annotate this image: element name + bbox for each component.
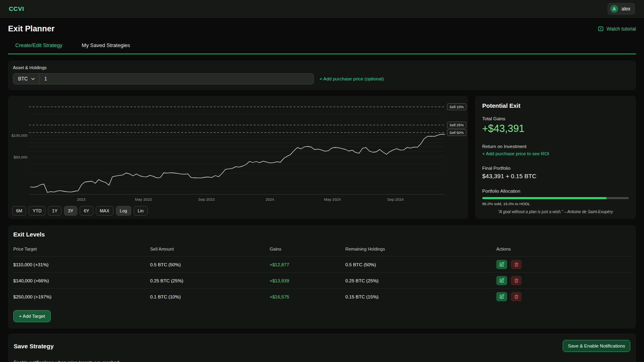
asset-select[interactable]: BTC [13, 74, 39, 84]
asset-holdings-card: Asset & Holdings BTC + Add purchase pric… [8, 60, 636, 90]
total-gains-label: Total Gains [482, 116, 629, 121]
roi-label: Return on Investment [482, 144, 629, 149]
range-max-button[interactable]: MAX [96, 206, 114, 216]
add-target-button[interactable]: + Add Target [13, 310, 51, 322]
chart-controls: 6M YTD 1Y 3Y 6Y MAX Log Lin [8, 204, 468, 216]
trash-icon [514, 278, 519, 283]
asset-select-value: BTC [18, 76, 28, 82]
final-portfolio-label: Final Portfolio [482, 166, 629, 171]
edit-icon [499, 262, 504, 267]
trash-icon [514, 294, 519, 299]
save-strategy-title: Save Strategy [14, 343, 54, 350]
delete-target-button[interactable] [511, 292, 522, 301]
edit-icon [499, 278, 504, 283]
save-strategy-card: Save Strategy Save & Enable Notification… [8, 333, 636, 362]
svg-text:Sep 2023: Sep 2023 [198, 197, 215, 202]
holdings-input[interactable] [39, 74, 314, 84]
sell-amount-cell: 0.25 BTC (25%) [150, 278, 270, 283]
svg-text:2024: 2024 [266, 197, 274, 202]
range-6y-button[interactable]: 6Y [80, 206, 93, 216]
chevron-down-icon [31, 78, 35, 80]
watch-tutorial-link[interactable]: Watch tutorial [597, 26, 636, 32]
range-1y-button[interactable]: 1Y [48, 206, 61, 216]
exit-levels-card: Exit Levels Price Target Sell Amount Gai… [8, 225, 636, 329]
table-row: $250,000 (+197%) 0.1 BTC (10%) +$16,575 … [13, 288, 631, 304]
price-chart[interactable]: $100,000$50,0002023May 2023Sep 20232024M… [8, 100, 468, 204]
table-row: $140,000 (+66%) 0.25 BTC (25%) +$13,939 … [13, 272, 631, 288]
sell-level-handle[interactable]: Sell 50% [447, 130, 466, 136]
range-ytd-button[interactable]: YTD [29, 206, 45, 216]
table-row: $110,000 (+31%) 0.5 BTC (50%) +$12,877 0… [13, 256, 631, 272]
potential-exit-title: Potential Exit [482, 102, 629, 109]
table-header: Price Target Sell Amount Gains Remaining… [13, 243, 631, 256]
svg-text:2023: 2023 [77, 197, 85, 202]
svg-text:$50,000: $50,000 [14, 155, 27, 159]
sell-level-handle[interactable]: Sell 10% [447, 104, 466, 110]
user-name: alex [621, 6, 630, 12]
svg-text:May 2024: May 2024 [324, 197, 341, 202]
range-3y-button[interactable]: 3Y [64, 206, 77, 216]
delete-target-button[interactable] [511, 276, 522, 285]
allocation-progress-bar [482, 197, 629, 199]
main-content: Exit Planner Watch tutorial Create/Edit … [0, 24, 644, 362]
portfolio-allocation-label: Portfolio Allocation [482, 189, 629, 193]
edit-target-button[interactable] [496, 276, 507, 285]
exit-levels-title: Exit Levels [13, 231, 631, 238]
tab-bar: Create/Edit Strategy My Saved Strategies [8, 42, 636, 54]
trash-icon [514, 262, 519, 267]
asset-input-group: BTC [13, 73, 314, 84]
svg-text:$100,000: $100,000 [11, 133, 27, 138]
svg-text:Sell 50%: Sell 50% [450, 131, 464, 135]
app-logo[interactable]: CCVI [9, 5, 24, 12]
final-portfolio-value: $43,391 + 0.15 BTC [482, 173, 629, 179]
delete-target-button[interactable] [511, 260, 522, 269]
topbar: CCVI A alex [0, 0, 644, 18]
tab-create-edit-strategy[interactable]: Create/Edit Strategy [15, 42, 62, 48]
notifications-notice: Enable notifications when price targets … [14, 360, 630, 362]
range-6m-button[interactable]: 6M [12, 206, 26, 216]
remaining-holdings-cell: 0.5 BTC (50%) [345, 262, 496, 267]
gains-cell: +$13,939 [270, 278, 345, 283]
user-menu[interactable]: A alex [607, 3, 635, 15]
total-gains-value: +$43,391 [482, 123, 629, 134]
sell-amount-cell: 0.1 BTC (10%) [150, 294, 270, 299]
svg-text:Sell 10%: Sell 10% [450, 105, 464, 109]
price-target-cell: $140,000 (+66%) [13, 278, 150, 283]
avatar: A [610, 5, 618, 13]
scale-log-button[interactable]: Log [116, 206, 131, 216]
page-title: Exit Planner [8, 24, 55, 33]
video-play-icon [597, 26, 604, 31]
edit-target-button[interactable] [496, 292, 507, 301]
svg-text:Sell 25%: Sell 25% [450, 123, 464, 127]
sell-amount-cell: 0.5 BTC (50%) [150, 262, 270, 267]
potential-exit-panel: Potential Exit Total Gains +$43,391 Retu… [475, 96, 636, 219]
motivational-quote: “A goal without a plan is just a wish.” … [482, 210, 629, 214]
save-enable-notifications-button[interactable]: Save & Enable Notifications [563, 340, 630, 352]
edit-icon [499, 294, 504, 299]
remaining-holdings-cell: 0.15 BTC (15%) [345, 294, 496, 299]
allocation-caption: 85.0% sold, 15.0% to HODL [482, 202, 629, 206]
edit-target-button[interactable] [496, 260, 507, 269]
svg-text:Sep 2024: Sep 2024 [387, 197, 404, 202]
gains-cell: +$16,575 [270, 294, 345, 299]
add-purchase-price-link[interactable]: + Add purchase price (optional) [320, 76, 384, 81]
remaining-holdings-cell: 0.25 BTC (25%) [345, 278, 496, 283]
svg-text:May 2023: May 2023 [135, 197, 152, 202]
gains-cell: +$12,877 [270, 262, 345, 267]
price-chart-card: $100,000$50,0002023May 2023Sep 20232024M… [8, 96, 468, 219]
scale-lin-button[interactable]: Lin [134, 206, 148, 216]
watch-tutorial-label: Watch tutorial [607, 26, 636, 32]
price-target-cell: $250,000 (+197%) [13, 294, 150, 299]
add-purchase-price-roi-link[interactable]: + Add purchase price to see ROI [482, 151, 549, 156]
sell-level-handle[interactable]: Sell 25% [447, 122, 466, 128]
asset-holdings-label: Asset & Holdings [13, 65, 631, 70]
tab-my-saved-strategies[interactable]: My Saved Strategies [82, 42, 130, 48]
price-target-cell: $110,000 (+31%) [13, 262, 150, 267]
